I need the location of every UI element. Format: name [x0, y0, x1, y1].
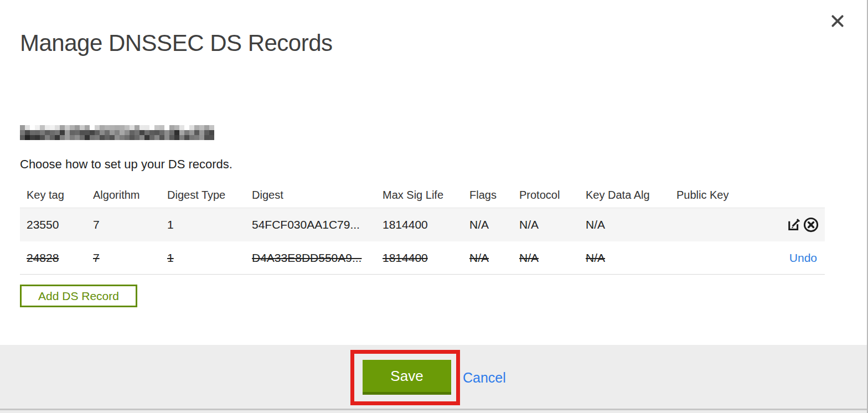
- delete-record-button[interactable]: [803, 217, 819, 233]
- cell-flags: N/A: [469, 218, 519, 231]
- page-bottom-strip: [0, 410, 868, 413]
- save-button[interactable]: Save: [363, 360, 451, 395]
- column-header-flags: Flags: [469, 189, 519, 202]
- delete-icon: [803, 217, 819, 233]
- add-ds-record-button[interactable]: Add DS Record: [20, 285, 137, 307]
- table-row-deleted: 24828 7 1 D4A33E8DD550A9... 1814400 N/A …: [20, 241, 825, 275]
- cell-digest: 54FCF030AA1C79...: [252, 218, 383, 231]
- cell-max-sig-life: 1814400: [383, 251, 469, 265]
- cell-flags: N/A: [469, 251, 519, 265]
- column-header-key-tag: Key tag: [20, 189, 93, 202]
- instruction-text: Choose how to set up your DS records.: [20, 157, 232, 172]
- cell-digest-type: 1: [167, 251, 252, 265]
- cell-key-data-alg: N/A: [586, 251, 676, 265]
- page-title: Manage DNSSEC DS Records: [20, 30, 333, 56]
- close-icon: [830, 14, 845, 28]
- column-header-key-data-alg: Key Data Alg: [586, 189, 676, 202]
- cell-algorithm: 7: [93, 251, 167, 265]
- column-header-public-key: Public Key: [676, 189, 785, 202]
- cell-digest: D4A33E8DD550A9...: [252, 251, 383, 265]
- column-header-protocol: Protocol: [519, 189, 586, 202]
- table-header-row: Key tag Algorithm Digest Type Digest Max…: [20, 183, 825, 208]
- column-header-digest: Digest: [252, 189, 383, 202]
- modal-footer: Save Cancel: [0, 345, 868, 409]
- cancel-link[interactable]: Cancel: [463, 370, 506, 386]
- cell-key-tag: 24828: [20, 251, 93, 265]
- redacted-domain-image: [20, 125, 214, 140]
- column-header-algorithm: Algorithm: [93, 189, 167, 202]
- column-header-digest-type: Digest Type: [167, 189, 252, 202]
- cell-algorithm: 7: [93, 218, 167, 231]
- undo-link[interactable]: Undo: [789, 251, 817, 265]
- cell-max-sig-life: 1814400: [383, 218, 469, 231]
- cell-digest-type: 1: [167, 218, 252, 231]
- ds-records-table: Key tag Algorithm Digest Type Digest Max…: [20, 183, 825, 275]
- column-header-max-sig-life: Max Sig Life: [383, 189, 469, 202]
- close-button[interactable]: [829, 13, 846, 30]
- manage-dnssec-modal: Manage DNSSEC DS Records Choose how to s…: [0, 0, 868, 413]
- table-row: 23550 7 1 54FCF030AA1C79... 1814400 N/A …: [20, 208, 825, 241]
- cell-protocol: N/A: [519, 251, 586, 265]
- cell-key-data-alg: N/A: [586, 218, 676, 231]
- cell-key-tag: 23550: [20, 218, 93, 231]
- edit-record-button[interactable]: [787, 217, 802, 233]
- edit-icon: [787, 217, 802, 232]
- cell-protocol: N/A: [519, 218, 586, 231]
